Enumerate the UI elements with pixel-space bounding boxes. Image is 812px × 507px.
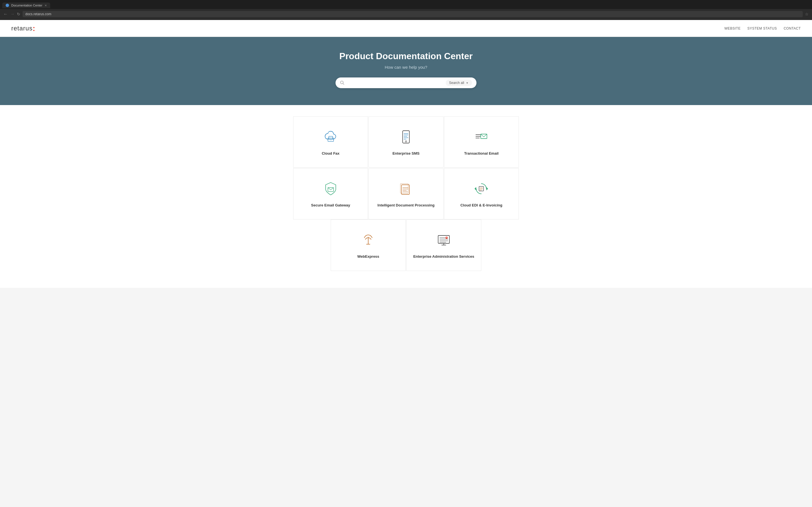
browser-tab[interactable]: Documentation Center ✕ (2, 3, 50, 8)
reload-icon[interactable]: ↻ (17, 12, 20, 16)
product-name-cloud-edi: Cloud EDI & E-Invoicing (460, 203, 502, 208)
bookmark-icon[interactable]: ☆ (805, 12, 809, 16)
product-card-intelligent-document-processing[interactable]: Intelligent Document Processing (368, 168, 443, 219)
product-name-enterprise-sms: Enterprise SMS (393, 151, 419, 156)
hero-subtitle: How can we help you? (6, 65, 806, 69)
nav-link-contact[interactable]: CONTACT (783, 26, 801, 31)
forward-icon[interactable]: → (10, 11, 15, 17)
products-grid: Cloud Fax Enterprise SMS (293, 116, 519, 219)
nav-link-website[interactable]: WEBSITE (724, 26, 741, 31)
product-card-enterprise-sms[interactable]: Enterprise SMS (368, 116, 443, 168)
product-name-intelligent-document-processing: Intelligent Document Processing (377, 203, 435, 208)
hero-title: Product Documentation Center (6, 51, 806, 61)
product-card-secure-email-gateway[interactable]: Secure Email Gateway (293, 168, 368, 219)
search-dropdown-button[interactable]: Search all ▼ (446, 80, 472, 86)
svg-point-12 (405, 141, 407, 142)
product-name-transactional-email: Transactional Email (464, 151, 499, 156)
svg-line-1 (343, 83, 344, 85)
chevron-down-icon: ▼ (466, 81, 469, 84)
tab-favicon (6, 4, 9, 7)
tab-close-button[interactable]: ✕ (45, 4, 47, 7)
product-name-enterprise-admin: Enterprise Administration Services (413, 254, 474, 259)
product-name-cloud-fax: Cloud Fax (322, 151, 340, 156)
product-name-webexpress: WebExpress (357, 254, 379, 259)
logo-accent: : (33, 24, 35, 33)
products-section: Cloud Fax Enterprise SMS (0, 105, 812, 288)
navbar: retarus: WEBSITE SYSTEM STATUS CONTACT (0, 20, 812, 37)
address-input[interactable] (22, 11, 803, 17)
enterprise-sms-icon (397, 128, 415, 146)
secure-email-gateway-icon (322, 180, 340, 198)
browser-chrome: Documentation Center ✕ ← → ↻ ☆ (0, 0, 812, 20)
svg-marker-25 (474, 187, 476, 190)
browser-tab-bar: Documentation Center ✕ (0, 0, 812, 9)
enterprise-admin-icon (435, 231, 453, 249)
nav-links: WEBSITE SYSTEM STATUS CONTACT (724, 26, 801, 31)
product-card-webexpress[interactable]: WebExpress (331, 219, 406, 271)
intelligent-document-processing-icon (397, 180, 415, 198)
product-card-enterprise-admin[interactable]: Enterprise Administration Services (406, 219, 481, 271)
search-bar: Search all ▼ (336, 77, 476, 88)
cloud-fax-icon (322, 128, 340, 146)
svg-marker-24 (486, 187, 488, 190)
logo[interactable]: retarus: (11, 24, 35, 33)
product-card-cloud-fax[interactable]: Cloud Fax (293, 116, 368, 168)
transactional-email-icon (472, 128, 490, 146)
cloud-edi-icon (472, 180, 490, 198)
product-card-cloud-edi[interactable]: Cloud EDI & E-Invoicing (444, 168, 519, 219)
nav-link-system-status[interactable]: SYSTEM STATUS (748, 26, 777, 31)
product-card-transactional-email[interactable]: Transactional Email (444, 116, 519, 168)
webexpress-icon (359, 231, 377, 249)
svg-rect-3 (329, 136, 333, 139)
search-input[interactable] (347, 80, 446, 85)
hero-section: Product Documentation Center How can we … (0, 37, 812, 105)
browser-address-bar: ← → ↻ ☆ (0, 9, 812, 19)
products-bottom-row: WebExpress (293, 219, 519, 271)
logo-text: retarus (11, 25, 33, 32)
product-name-secure-email-gateway: Secure Email Gateway (311, 203, 350, 208)
svg-rect-6 (403, 131, 409, 143)
search-icon (340, 80, 345, 85)
tab-title: Documentation Center (11, 4, 42, 7)
back-icon[interactable]: ← (3, 11, 8, 17)
search-dropdown-label: Search all (449, 81, 464, 85)
